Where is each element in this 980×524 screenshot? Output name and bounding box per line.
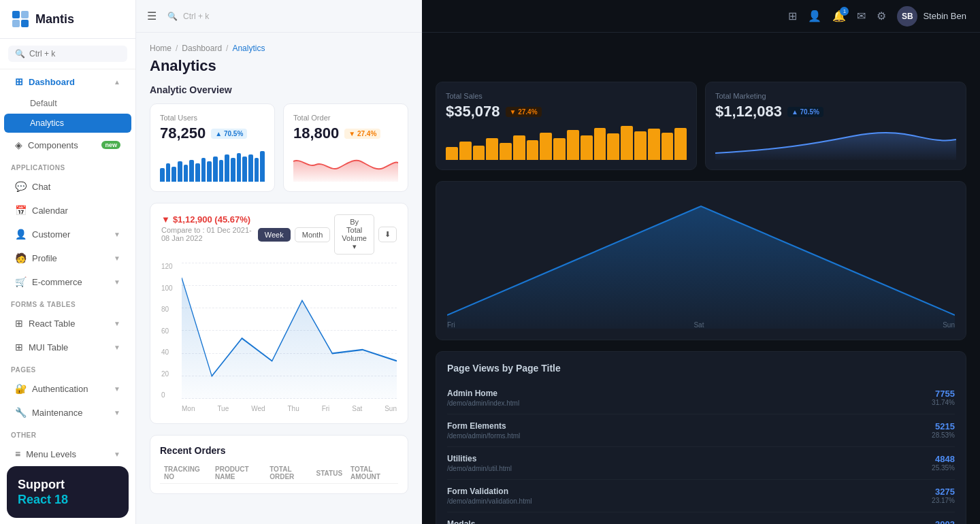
forms-tables-section-label: Forms & Tables xyxy=(0,294,135,311)
sidebar-item-label: Components xyxy=(28,140,78,150)
col-total-order: Total Order xyxy=(265,463,312,484)
sidebar-item-label: Maintenance xyxy=(32,408,82,418)
page-view-item-1: Admin Home /demo/admin/index.html 7755 3… xyxy=(447,382,955,414)
calendar-icon: 📅 xyxy=(15,205,27,216)
income-dark-card: FriSatSun xyxy=(436,181,966,340)
sidebar-subitem-analytics[interactable]: Analytics xyxy=(4,114,131,133)
page-view-item-2: Form Elements /demo/admin/forms.html 521… xyxy=(447,414,955,447)
sidebar-item-customer[interactable]: 👤 Customer ▼ xyxy=(4,223,131,246)
recent-orders-title: Recent Orders xyxy=(160,445,398,456)
sidebar-item-label: Dashboard xyxy=(29,77,75,87)
stat-label-sales: Total Sales xyxy=(446,92,687,100)
marketing-area-chart xyxy=(715,126,956,160)
stat-value-order: 18,800 ▼ 27.4% xyxy=(293,125,398,142)
pages-section-label: Pages xyxy=(0,359,135,376)
search-icon: 🔍 xyxy=(15,49,25,59)
page-view-pct-3: 25.35% xyxy=(932,464,955,472)
stat-cards-light: Total Users 78,250 ▲ 70.5% xyxy=(150,103,408,192)
svg-rect-1 xyxy=(21,11,29,18)
month-button[interactable]: Month xyxy=(295,227,331,242)
stat-card-sales: Total Sales $35,078 ▼ 27.4% xyxy=(436,82,697,170)
page-view-pct-2: 28.53% xyxy=(932,431,955,439)
sidebar-item-dashboard[interactable]: ⊞ Dashboard ▲ xyxy=(4,70,131,93)
notification-area[interactable]: 🔔 1 xyxy=(832,10,846,22)
page-title: Analytics xyxy=(150,57,408,75)
chart-x-labels: Mon Tue Wed Thu Fri Sat Sun xyxy=(182,405,397,412)
dashboard-icon: ⊞ xyxy=(15,76,23,87)
stat-label-users: Total Users xyxy=(160,114,265,122)
sidebar-item-react-table[interactable]: ⊞ React Table ▼ xyxy=(4,312,131,335)
sidebar-item-authentication[interactable]: 🔐 Authentication ▼ xyxy=(4,377,131,400)
search-input[interactable] xyxy=(29,49,120,59)
col-product: Product Name xyxy=(211,463,265,484)
sidebar-item-ecommerce[interactable]: 🛒 E-commerce ▼ xyxy=(4,270,131,293)
content-right: Total Sales $35,078 ▼ 27.4% xyxy=(422,33,980,524)
income-overview-header: ▼ $1,12,900 (45.67%) Compare to : 01 Dec… xyxy=(161,214,397,255)
stat-badge-users: ▲ 70.5% xyxy=(211,129,247,139)
page-views-card: Page Views by Page Title Admin Home /dem… xyxy=(436,351,966,524)
chevron-up-icon: ▲ xyxy=(114,78,120,86)
stat-badge-sales: ▼ 27.4% xyxy=(506,107,542,117)
support-card-react: React 18 xyxy=(18,493,118,507)
breadcrumb: Home / Dashboard / Analytics xyxy=(150,44,408,53)
page-view-item-5: Modals /demo/admin/modals.html 3003 22.2… xyxy=(447,512,955,524)
customer-icon: 👤 xyxy=(15,229,27,240)
sidebar-item-label: Authentication xyxy=(32,384,88,394)
chevron-down-icon: ▼ xyxy=(114,278,120,286)
sidebar-item-maintenance[interactable]: 🔧 Maintenance ▼ xyxy=(4,401,131,424)
sidebar-item-label: Menu Levels xyxy=(26,449,76,459)
breadcrumb-current: Analytics xyxy=(232,44,265,53)
sidebar-logo: Mantis xyxy=(0,0,135,39)
sidebar-item-profile[interactable]: 🧑 Profile ▼ xyxy=(4,246,131,269)
profile-icon: 🧑 xyxy=(15,252,27,263)
chart-y-labels: 120 100 80 60 40 20 0 xyxy=(161,263,173,399)
stat-label-order: Total Order xyxy=(293,114,398,122)
order-area-chart xyxy=(293,148,398,182)
breadcrumb-dashboard[interactable]: Dashboard xyxy=(182,44,222,53)
sidebar-item-components[interactable]: ◈ Components new xyxy=(4,133,131,157)
user-profile-area[interactable]: SB Stebin Ben xyxy=(897,6,966,27)
gear-icon[interactable]: ⚙ xyxy=(877,10,886,22)
sidebar-item-calendar[interactable]: 📅 Calendar xyxy=(4,199,131,222)
breadcrumb-home[interactable]: Home xyxy=(150,44,172,53)
income-dark-chart: FriSatSun xyxy=(447,193,955,329)
sidebar-item-label: MUI Table xyxy=(29,342,68,353)
search-area: 🔍 xyxy=(0,39,135,69)
volume-button[interactable]: By Total Volume ▾ xyxy=(334,214,374,255)
income-svg-chart xyxy=(182,263,397,399)
page-view-count-2: 5215 xyxy=(932,421,955,431)
sidebar-item-label: Calendar xyxy=(32,206,68,216)
user-settings-icon[interactable]: 👤 xyxy=(808,10,821,22)
react-table-icon: ⊞ xyxy=(15,318,23,329)
search-box[interactable]: 🔍 xyxy=(8,46,127,62)
sidebar-item-label: React Table xyxy=(29,318,75,329)
new-badge: new xyxy=(101,141,120,149)
page-view-count-1: 7755 xyxy=(932,389,955,399)
sidebar-item-mui-table[interactable]: ⊞ MUI Table ▼ xyxy=(4,335,131,359)
analytic-overview-title: Analytic Overview xyxy=(150,84,408,95)
download-button[interactable]: ⬇ xyxy=(378,227,397,242)
svg-rect-2 xyxy=(12,20,20,27)
mail-icon[interactable]: ✉ xyxy=(857,10,866,22)
income-value: ▼ $1,12,900 (45.67%) xyxy=(161,214,258,225)
ecommerce-icon: 🛒 xyxy=(15,276,27,287)
user-name: Stebin Ben xyxy=(923,11,966,21)
sidebar-item-chat[interactable]: 💬 Chat xyxy=(4,175,131,198)
chevron-down-icon: ▼ xyxy=(114,409,120,416)
dark-chart-x-labels: FriSatSun xyxy=(447,321,955,329)
page-view-item-3: Utilities /demo/admin/util.html 4848 25.… xyxy=(447,447,955,480)
page-view-url-1: /demo/admin/index.html xyxy=(447,399,519,407)
page-view-name-1: Admin Home xyxy=(447,389,519,398)
applications-section-label: Applications xyxy=(0,157,135,174)
app-name: Mantis xyxy=(35,12,74,27)
hamburger-icon[interactable]: ☰ xyxy=(147,10,157,22)
income-dark-svg xyxy=(447,193,955,329)
sidebar-item-label: E-commerce xyxy=(32,277,82,287)
page-view-name-3: Utilities xyxy=(447,454,512,463)
sidebar-item-menu-levels[interactable]: ≡ Menu Levels ▼ xyxy=(4,442,131,465)
apps-icon[interactable]: ⊞ xyxy=(788,10,797,22)
chevron-down-icon: ▼ xyxy=(114,451,120,458)
week-button[interactable]: Week xyxy=(258,228,291,242)
sidebar-subitem-default[interactable]: Default xyxy=(4,94,131,113)
other-section-label: Other xyxy=(0,425,135,442)
